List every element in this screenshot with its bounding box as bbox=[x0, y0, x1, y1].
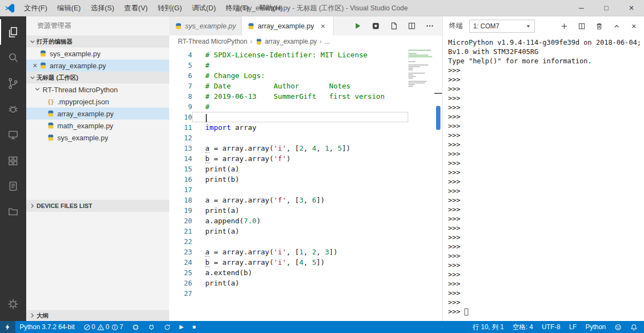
code-line[interactable]: 26print(a) bbox=[169, 278, 408, 288]
line-number[interactable]: 25 bbox=[169, 267, 192, 278]
line-number[interactable]: 4 bbox=[169, 50, 192, 60]
line-number[interactable]: 21 bbox=[169, 226, 192, 236]
tree-file-item[interactable]: {}.mpyproject.json bbox=[26, 96, 169, 108]
activity-notebook[interactable] bbox=[0, 173, 26, 199]
code-line[interactable]: 24b = array.array('i', [4, 5]) bbox=[169, 257, 408, 267]
line-number[interactable]: 17 bbox=[169, 185, 192, 195]
line-number[interactable]: 5 bbox=[169, 60, 192, 70]
breadcrumb-symbol[interactable]: ... bbox=[325, 38, 330, 45]
editor-scrollbar[interactable] bbox=[434, 47, 442, 321]
code-line[interactable]: 23a = array.array('i', [1, 2, 3]) bbox=[169, 247, 408, 257]
language-mode[interactable]: Python bbox=[581, 321, 610, 333]
code-line[interactable]: 18a = array.array('f', [3, 6]) bbox=[169, 195, 408, 205]
kill-terminal-button[interactable] bbox=[594, 21, 604, 31]
close-tab-icon[interactable]: × bbox=[319, 22, 327, 31]
code-line[interactable]: 13a = array.array('i', [2, 4, 1, 5]) bbox=[169, 143, 408, 153]
tree-file-item[interactable]: math_example.py bbox=[26, 120, 169, 132]
code-line[interactable]: 7# Date Author Notes bbox=[169, 81, 408, 91]
tree-file-item[interactable]: sys_example.py bbox=[26, 132, 169, 144]
menu-item[interactable]: 文件(F) bbox=[19, 0, 52, 16]
activity-device-monitor[interactable] bbox=[0, 122, 26, 147]
activity-search[interactable] bbox=[0, 45, 26, 70]
maximize-panel-button[interactable] bbox=[612, 21, 621, 31]
code-line[interactable]: 10 bbox=[169, 112, 408, 122]
line-number[interactable]: 10 bbox=[169, 112, 192, 122]
code-line[interactable]: 8# 2019-06-13 SummerGift first version bbox=[169, 91, 408, 102]
line-number[interactable]: 11 bbox=[169, 122, 192, 133]
remote-indicator[interactable] bbox=[0, 321, 15, 333]
code-editor[interactable]: 4# SPDX-License-Identifier: MIT License5… bbox=[169, 47, 442, 321]
close-panel-button[interactable]: × bbox=[629, 21, 639, 31]
code-line[interactable]: 11import array bbox=[169, 122, 408, 133]
line-number[interactable]: 9 bbox=[169, 102, 192, 112]
line-number[interactable]: 13 bbox=[169, 143, 192, 153]
code-line[interactable]: 15print(a) bbox=[169, 164, 408, 174]
tab-sys-example[interactable]: sys_example.py bbox=[169, 16, 242, 35]
activity-debug[interactable] bbox=[0, 96, 26, 122]
split-editor-button[interactable] bbox=[407, 21, 416, 31]
open-preview-button[interactable] bbox=[389, 21, 398, 31]
menu-item[interactable]: 转到(G) bbox=[153, 0, 187, 16]
code-line[interactable]: 25a.extend(b) bbox=[169, 267, 408, 278]
code-line[interactable]: 17 bbox=[169, 185, 408, 195]
terminal-output[interactable]: MicroPython v1.9.4-114-g309fe39d on 2018… bbox=[443, 35, 644, 321]
line-number[interactable]: 26 bbox=[169, 278, 192, 288]
maximize-button[interactable]: □ bbox=[594, 0, 619, 16]
line-number[interactable]: 8 bbox=[169, 91, 192, 102]
code-line[interactable]: 21print(a) bbox=[169, 226, 408, 236]
code-line[interactable]: 6# Change Logs: bbox=[169, 70, 408, 81]
build-project-button[interactable] bbox=[371, 21, 380, 31]
download-to-device-button[interactable] bbox=[144, 321, 159, 333]
code-line[interactable]: 14b = array.array('f') bbox=[169, 153, 408, 164]
section-open-editors[interactable]: 打开的编辑器 bbox=[26, 35, 169, 47]
tree-file-item[interactable]: array_example.py bbox=[26, 108, 169, 120]
eol[interactable]: LF bbox=[565, 321, 581, 333]
open-editor-item[interactable]: sys_example.py bbox=[26, 47, 169, 60]
line-number[interactable]: 16 bbox=[169, 174, 192, 185]
breadcrumb-folder[interactable]: RT-Thread MicroPython bbox=[178, 38, 247, 45]
more-actions-button[interactable] bbox=[425, 21, 434, 31]
code-line[interactable]: 16print(b) bbox=[169, 174, 408, 185]
section-device-files[interactable]: DEVICE FILES LIST bbox=[26, 200, 169, 212]
settings-button[interactable] bbox=[0, 291, 26, 317]
cursor-position[interactable]: 行 10, 列 1 bbox=[468, 321, 508, 333]
menu-item[interactable]: 编辑(E) bbox=[52, 0, 86, 16]
line-number[interactable]: 20 bbox=[169, 216, 192, 226]
close-editor-icon[interactable]: × bbox=[31, 61, 39, 70]
code-line[interactable]: 9# bbox=[169, 102, 408, 112]
feedback-button[interactable] bbox=[610, 321, 626, 333]
activity-extensions[interactable] bbox=[0, 147, 26, 173]
notifications-button[interactable] bbox=[626, 321, 642, 333]
code-line[interactable]: 22 bbox=[169, 236, 408, 247]
line-number[interactable]: 24 bbox=[169, 257, 192, 267]
line-number[interactable]: 19 bbox=[169, 205, 192, 216]
breadcrumb-file[interactable]: array_example.py bbox=[255, 38, 317, 45]
line-number[interactable]: 18 bbox=[169, 195, 192, 205]
tree-folder-rt-thread[interactable]: RT-Thread MicroPython bbox=[26, 84, 169, 96]
code-line[interactable]: 12 bbox=[169, 133, 408, 143]
run-on-device-button[interactable]: ▶ bbox=[175, 321, 188, 333]
tab-array-example[interactable]: array_example.py × bbox=[242, 16, 333, 35]
code-line[interactable]: 27 bbox=[169, 288, 408, 299]
close-window-button[interactable]: × bbox=[619, 0, 644, 16]
code-line[interactable]: 20a.append(7.0) bbox=[169, 216, 408, 226]
code-line[interactable]: 19print(a) bbox=[169, 205, 408, 216]
line-number[interactable]: 12 bbox=[169, 133, 192, 143]
menu-item[interactable]: 调试(D) bbox=[187, 0, 220, 16]
line-number[interactable]: 6 bbox=[169, 70, 192, 81]
board-button[interactable] bbox=[128, 321, 144, 333]
line-number[interactable]: 7 bbox=[169, 81, 192, 91]
section-workspace[interactable]: 无标题 (工作区) bbox=[26, 72, 169, 84]
stop-button[interactable]: ■ bbox=[188, 321, 200, 333]
menu-item[interactable]: 查看(V) bbox=[119, 0, 152, 16]
activity-explorer[interactable] bbox=[0, 19, 26, 45]
minimap[interactable] bbox=[408, 50, 433, 89]
terminal-selector[interactable]: 1: COM7 bbox=[469, 20, 535, 33]
encoding[interactable]: UTF-8 bbox=[538, 321, 565, 333]
sync-button[interactable] bbox=[159, 321, 175, 333]
python-interpreter[interactable]: Python 3.7.2 64-bit bbox=[15, 321, 79, 333]
line-number[interactable]: 27 bbox=[169, 288, 192, 299]
minimize-button[interactable]: ─ bbox=[569, 0, 594, 16]
problems-indicator[interactable]: 0 0 7 bbox=[79, 321, 128, 333]
code-line[interactable]: 5# bbox=[169, 60, 408, 70]
